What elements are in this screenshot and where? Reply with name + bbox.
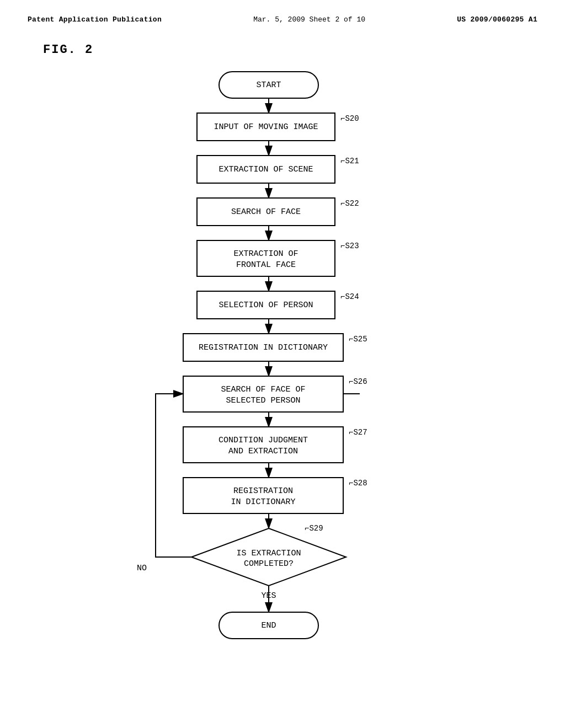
s23-step: ⌐S23	[340, 242, 359, 250]
s20-label: INPUT OF MOVING IMAGE	[214, 122, 318, 132]
s29-label-2: COMPLETED?	[244, 559, 294, 569]
s26-label-2: SELECTED PERSON	[226, 396, 300, 405]
s24-label: SELECTION OF PERSON	[218, 301, 313, 310]
s27-step: ⌐S27	[349, 428, 367, 437]
s24-step: ⌐S24	[340, 292, 359, 301]
s25-label: REGISTRATION IN DICTIONARY	[199, 343, 328, 352]
header-right: US 2009/0060295 A1	[457, 15, 537, 24]
flowchart: START INPUT OF MOVING IMAGE ⌐S20 EXTRACT…	[0, 61, 565, 728]
s21-step: ⌐S21	[340, 157, 359, 165]
header: Patent Application Publication Mar. 5, 2…	[0, 0, 565, 29]
s27-label-1: CONDITION JUDGMENT	[218, 436, 308, 445]
s26-label-1: SEARCH OF FACE OF	[221, 385, 305, 394]
s27-label-2: AND EXTRACTION	[228, 447, 298, 456]
end-label: END	[261, 621, 276, 630]
s25-step: ⌐S25	[349, 335, 367, 344]
s23-label-1: EXTRACTION OF	[233, 249, 298, 259]
header-left: Patent Application Publication	[28, 15, 162, 24]
s21-label: EXTRACTION OF SCENE	[218, 165, 313, 174]
s26-step: ⌐S26	[349, 377, 367, 386]
s29-step: ⌐S29	[305, 524, 323, 533]
figure-title: FIG. 2	[43, 43, 93, 57]
flowchart-svg: START INPUT OF MOVING IMAGE ⌐S20 EXTRACT…	[89, 61, 476, 700]
page: Patent Application Publication Mar. 5, 2…	[0, 0, 565, 728]
header-center: Mar. 5, 2009 Sheet 2 of 10	[253, 15, 365, 24]
s29-label-1: IS EXTRACTION	[236, 549, 301, 558]
s28-step: ⌐S28	[349, 479, 367, 488]
start-label: START	[256, 81, 281, 90]
no-label: NO	[137, 564, 147, 573]
s20-step: ⌐S20	[340, 114, 359, 123]
s22-step: ⌐S22	[340, 199, 359, 208]
s22-label: SEARCH OF FACE	[231, 207, 301, 217]
s28-label-2: IN DICTIONARY	[231, 497, 295, 507]
s28-label-1: REGISTRATION	[233, 486, 293, 496]
no-loop-arrow	[156, 394, 191, 557]
s23-label-2: FRONTAL FACE	[236, 260, 296, 270]
